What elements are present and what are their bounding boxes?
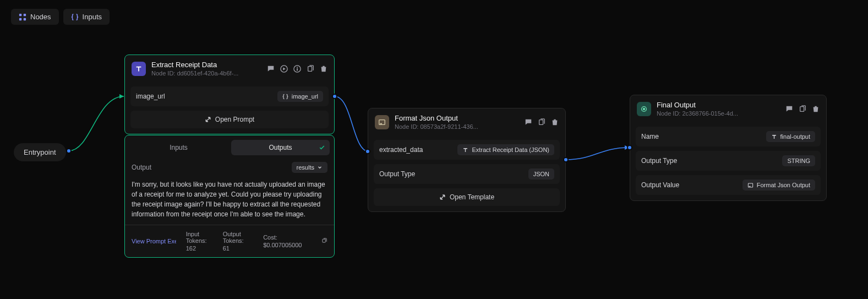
- copy-icon[interactable]: [799, 105, 806, 113]
- node-final-output[interactable]: Final Output Node ID: 2c368766-015e-4d..…: [630, 95, 827, 201]
- check-icon: [319, 144, 325, 151]
- param-chip[interactable]: Extract Receipt Data (JSON): [457, 144, 554, 155]
- param-row-image-url: image_url image_url: [130, 86, 329, 106]
- node-title: Final Output: [657, 101, 780, 109]
- name-label: Name: [641, 133, 659, 140]
- extract-results-panel: Inputs Outputs Output results I'm sorry,…: [124, 135, 335, 258]
- svg-rect-19: [749, 186, 751, 186]
- text-icon: [132, 62, 146, 76]
- format-out-port[interactable]: [563, 157, 569, 162]
- node-format-json[interactable]: Format Json Output Node ID: 08573a2f-921…: [368, 108, 566, 212]
- entrypoint-label: Entrypoint: [24, 148, 56, 156]
- svg-point-16: [643, 108, 645, 110]
- output-tokens-stat: Output Tokens: 61: [223, 231, 253, 252]
- svg-rect-11: [323, 239, 325, 242]
- output-value-label: Output Value: [641, 181, 679, 189]
- node-title: Format Json Output: [395, 114, 519, 122]
- output-label: Output: [132, 164, 151, 171]
- svg-rect-9: [297, 67, 298, 68]
- trash-icon[interactable]: [320, 65, 327, 73]
- info-icon[interactable]: [293, 65, 301, 73]
- view-execution-link[interactable]: View Prompt Executio: [132, 238, 176, 244]
- svg-rect-8: [297, 68, 298, 70]
- svg-rect-17: [800, 106, 804, 111]
- node-title: Extract Receipt Data: [151, 61, 261, 69]
- copy-icon[interactable]: [307, 65, 314, 73]
- node-extract-receipt[interactable]: Extract Receipt Data Node ID: dd6051ef-4…: [124, 55, 335, 134]
- output-value-chip[interactable]: Format Json Output: [743, 180, 815, 191]
- cost-stat: Cost: $0.007005000: [263, 234, 302, 248]
- result-text: I'm sorry, but it looks like you have no…: [125, 177, 334, 225]
- output-type-row: Output Type STRING: [636, 151, 821, 171]
- extract-out-port[interactable]: [332, 94, 337, 99]
- format-in-port[interactable]: [365, 149, 370, 154]
- name-chip: final-output: [766, 131, 815, 142]
- tab-inputs[interactable]: Inputs: [129, 140, 228, 155]
- input-tokens-stat: Input Tokens: 162: [186, 231, 213, 252]
- param-label: extracted_data: [379, 146, 423, 154]
- comment-icon[interactable]: [525, 118, 532, 126]
- node-id: Node ID: dd6051ef-420a-4b6f-...: [151, 70, 261, 77]
- entrypoint-out-port[interactable]: [66, 148, 72, 154]
- comment-icon[interactable]: [785, 105, 793, 113]
- copy-icon[interactable]: [538, 118, 545, 126]
- open-prompt-button[interactable]: Open Prompt: [130, 111, 329, 128]
- trash-icon[interactable]: [551, 118, 559, 126]
- name-row: Name final-output: [636, 127, 821, 146]
- param-chip[interactable]: image_url: [277, 91, 323, 102]
- param-row-extracted-data: extracted_data Extract Receipt Data (JSO…: [374, 140, 560, 160]
- param-label: image_url: [136, 93, 165, 100]
- target-icon: [637, 102, 651, 116]
- copy-output-icon[interactable]: [321, 237, 327, 245]
- trash-icon[interactable]: [812, 105, 820, 113]
- output-type-row: Output Type JSON: [374, 164, 560, 184]
- output-type-chip: STRING: [782, 155, 815, 166]
- comment-icon[interactable]: [267, 65, 275, 73]
- svg-rect-14: [539, 119, 543, 124]
- node-id: Node ID: 2c368766-015e-4d...: [657, 110, 780, 117]
- template-icon: [375, 115, 389, 129]
- results-selector[interactable]: results: [292, 162, 327, 173]
- entrypoint-node[interactable]: Entrypoint: [14, 143, 66, 161]
- output-type-label: Output Type: [379, 170, 415, 178]
- node-id: Node ID: 08573a2f-9211-436...: [395, 123, 519, 130]
- final-in-port[interactable]: [627, 145, 632, 150]
- svg-rect-10: [308, 66, 312, 71]
- svg-marker-4: [119, 94, 124, 99]
- output-value-row: Output Value Format Json Output: [636, 175, 821, 195]
- svg-rect-13: [380, 123, 383, 124]
- play-icon[interactable]: [280, 65, 288, 73]
- output-type-label: Output Type: [641, 157, 677, 165]
- tab-outputs[interactable]: Outputs: [231, 140, 330, 155]
- open-template-button[interactable]: Open Template: [374, 188, 560, 206]
- output-type-chip: JSON: [528, 168, 554, 180]
